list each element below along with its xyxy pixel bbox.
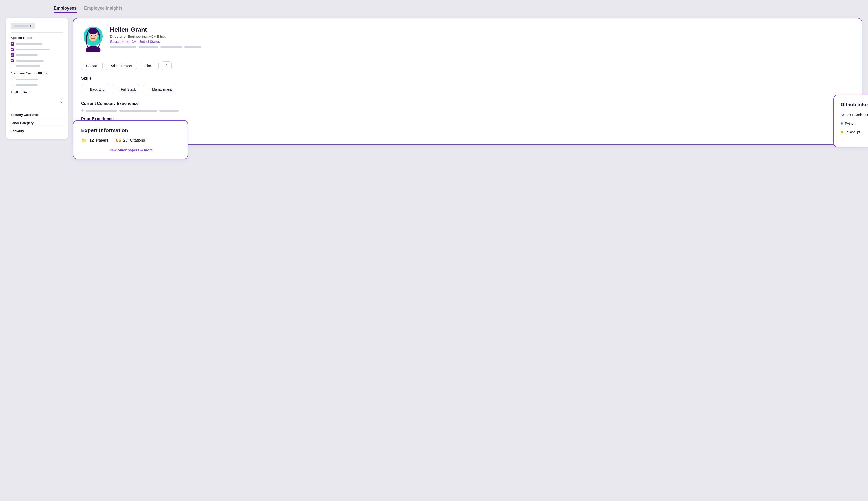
exp-dot-1: [81, 109, 84, 112]
papers-label: Papers: [96, 138, 109, 142]
expert-card: Expert Information 📁 12 Papers 66 28 Cit…: [73, 120, 188, 159]
main-layout: ▾ Applied Filters: [6, 18, 862, 145]
filter-item: [11, 64, 63, 68]
action-buttons: Contact Add to Project Clone ⋮: [81, 61, 854, 70]
avatar: [81, 26, 105, 52]
javascript-label: Javascript: [840, 130, 860, 134]
python-name: Python: [845, 121, 856, 126]
contact-button[interactable]: Contact: [81, 62, 103, 70]
skill-underline-1: [90, 92, 106, 92]
papers-icon: 📁: [81, 137, 87, 143]
filter-bar-5: [16, 65, 40, 67]
papers-stat: 📁 12 Papers: [81, 137, 109, 143]
filter-bar-3: [16, 54, 38, 56]
custom-checkbox-1[interactable]: [11, 78, 14, 81]
filter-checkbox-3[interactable]: [11, 53, 14, 57]
current-experience: Current Company Experience: [81, 101, 854, 112]
filter-item: [11, 47, 63, 51]
skill-chip-1[interactable]: + Back End: [81, 84, 109, 94]
sidebar: ▾ Applied Filters: [6, 18, 68, 139]
custom-bar-1: [16, 78, 38, 81]
dropdown-button[interactable]: ▾: [11, 23, 35, 29]
exp-item-1: [81, 109, 854, 112]
profile-tag-3: [160, 46, 182, 48]
citations-icon: 66: [116, 138, 121, 143]
seniority-title[interactable]: Seniority: [11, 129, 63, 133]
filter-checkbox-4[interactable]: [11, 58, 14, 62]
sidebar-dropdown: ▾: [11, 23, 63, 29]
custom-filter-item-1: [11, 78, 63, 81]
profile-location: Sacramento, CA, United States: [110, 40, 201, 43]
citations-stat: 66 28 Citations: [116, 137, 145, 143]
exp-bars-1: [86, 109, 179, 112]
current-exp-title: Current Company Experience: [81, 101, 854, 106]
exp-bar-c: [160, 109, 179, 112]
dropdown-chevron: ▾: [30, 24, 31, 28]
skills-row: + Back End + Full Stack + Management: [81, 84, 854, 94]
filter-checkbox-5[interactable]: [11, 64, 14, 68]
labor-category-title[interactable]: Labor Category: [11, 121, 63, 125]
tabs-bar: Employees Employee Insights: [6, 6, 862, 13]
view-more-link[interactable]: View other papers & more: [81, 148, 180, 152]
profile-card: Hellen Grant Director of Engineering, AC…: [73, 18, 862, 145]
seekout-score-label: SeekOut Coder Score: [840, 113, 868, 117]
profile-area: Hellen Grant Director of Engineering, AC…: [73, 18, 862, 145]
python-row: Python ★ ★ ★ ★ ★: [840, 121, 868, 126]
skill-plus-icon-1: +: [86, 87, 88, 92]
filter-bar-4: [16, 60, 44, 62]
profile-name: Hellen Grant: [110, 26, 201, 33]
more-options-button[interactable]: ⋮: [162, 61, 172, 70]
profile-tag-4: [184, 46, 201, 48]
skill-chip-2[interactable]: + Full Stack: [112, 84, 140, 94]
skills-title: Skills: [81, 76, 854, 81]
svg-point-7: [88, 28, 98, 34]
security-clearance-title[interactable]: Security Clearance: [11, 113, 63, 117]
clone-button[interactable]: Clone: [140, 62, 159, 70]
prior-exp-item-2: [81, 129, 854, 132]
skill-plus-icon-3: +: [147, 87, 150, 92]
profile-tags: [110, 46, 201, 48]
seekout-score-row: SeekOut Coder Score ★ ★ ★ ★ ★: [840, 112, 868, 117]
dropdown-bar: [14, 25, 28, 27]
applied-filters-title: Applied Filters: [11, 36, 63, 40]
javascript-row: Javascript ★ ★ ★ ★ ★: [840, 129, 868, 135]
svg-point-5: [91, 35, 92, 36]
tab-employees[interactable]: Employees: [54, 6, 77, 13]
more-languages-link[interactable]: +2 More Languages: [840, 138, 868, 142]
security-clearance-section: Security Clearance: [11, 110, 63, 118]
github-card-title: Github Information: [840, 102, 868, 107]
availability-select[interactable]: [11, 98, 63, 106]
tab-insights[interactable]: Employee Insights: [84, 6, 122, 13]
avatar-svg: [81, 26, 105, 52]
filter-checkbox-2[interactable]: [11, 47, 14, 51]
profile-info: Hellen Grant Director of Engineering, AC…: [110, 26, 201, 50]
sidebar-divider: [11, 32, 63, 33]
filter-checkbox-1[interactable]: [11, 42, 14, 46]
exp-bar-b: [119, 109, 157, 112]
expert-stats: 📁 12 Papers 66 28 Citations: [81, 137, 180, 143]
skill-label-2: Full Stack: [121, 87, 136, 91]
add-to-project-button[interactable]: Add to Project: [106, 62, 137, 70]
seniority-section: Seniority: [11, 126, 63, 134]
custom-checkbox-2[interactable]: [11, 83, 14, 87]
filter-item: [11, 42, 63, 46]
profile-header: Hellen Grant Director of Engineering, AC…: [81, 26, 854, 52]
prior-experience: Prior Experience: [81, 117, 854, 132]
svg-point-6: [95, 35, 96, 36]
javascript-name: Javascript: [845, 130, 860, 134]
company-custom-title: Company Custom Filters: [11, 72, 63, 75]
skill-label-1: Back End: [90, 87, 105, 91]
expert-card-title: Expert Information: [81, 127, 180, 134]
github-card: Github Information SeekOut Coder Score ★…: [833, 95, 868, 147]
skill-chip-3[interactable]: + Management: [143, 84, 176, 94]
availability-title: Availability: [11, 90, 63, 94]
papers-count: 12: [89, 138, 94, 142]
skill-underline-3: [152, 92, 173, 92]
skill-plus-icon-2: +: [117, 87, 119, 92]
filter-bar-1: [16, 43, 43, 45]
citations-count: 28: [123, 138, 128, 142]
skill-underline-2: [121, 92, 137, 92]
citations-label: Citations: [130, 138, 145, 142]
prior-exp-item-1: [81, 125, 854, 127]
custom-bar-2: [16, 84, 38, 86]
